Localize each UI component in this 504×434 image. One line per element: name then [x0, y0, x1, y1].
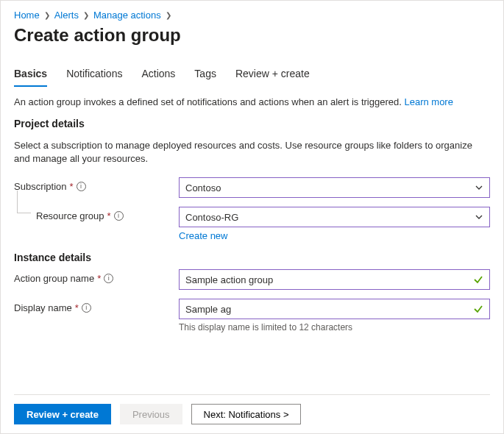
breadcrumb-manage-actions[interactable]: Manage actions [93, 10, 161, 21]
create-new-link[interactable]: Create new [179, 230, 227, 241]
page-title: Create action group [14, 25, 490, 46]
action-group-name-label: Action group name * i [14, 269, 179, 284]
required-asterisk: * [107, 210, 111, 221]
tabs: Basics Notifications Actions Tags Review… [14, 63, 490, 88]
section-instance-details: Instance details [14, 252, 490, 263]
subscription-select[interactable]: Contoso [179, 177, 490, 198]
resource-group-label-text: Resource group [36, 210, 104, 221]
resource-group-label: Resource group * i [14, 207, 179, 221]
chevron-right-icon: ❯ [83, 11, 89, 19]
required-asterisk: * [70, 181, 74, 192]
section-project-details: Project details [14, 118, 490, 129]
display-name-label-text: Display name [14, 302, 72, 313]
resource-group-select[interactable]: Contoso-RG [179, 207, 490, 227]
breadcrumb-alerts[interactable]: Alerts [54, 10, 79, 21]
review-create-button[interactable]: Review + create [14, 404, 111, 424]
next-button[interactable]: Next: Notifications > [191, 404, 302, 424]
tab-notifications[interactable]: Notifications [66, 63, 122, 87]
chevron-down-icon [475, 183, 483, 192]
footer: Review + create Previous Next: Notificat… [14, 394, 490, 433]
project-helper-text: Select a subscription to manage deployed… [14, 139, 490, 166]
breadcrumb-home[interactable]: Home [14, 10, 40, 21]
info-icon[interactable]: i [82, 303, 91, 313]
required-asterisk: * [97, 273, 101, 284]
chevron-right-icon: ❯ [166, 11, 171, 19]
required-asterisk: * [75, 302, 79, 313]
display-name-label: Display name * i [14, 299, 179, 313]
tab-basics[interactable]: Basics [14, 63, 47, 87]
intro-text: An action group invokes a defined set of… [14, 96, 490, 107]
checkmark-icon [473, 304, 483, 314]
display-name-hint: This display name is limited to 12 chara… [179, 322, 490, 332]
previous-button: Previous [120, 404, 182, 424]
checkmark-icon [473, 274, 483, 285]
action-group-name-input[interactable]: Sample action group [179, 269, 490, 290]
info-icon[interactable]: i [104, 274, 113, 283]
info-icon[interactable]: i [114, 211, 124, 221]
tab-tags[interactable]: Tags [194, 63, 216, 87]
chevron-right-icon: ❯ [44, 11, 50, 19]
intro-body: An action group invokes a defined set of… [14, 96, 404, 107]
subscription-label: Subscription * i [14, 177, 179, 192]
tab-review-create[interactable]: Review + create [235, 63, 310, 87]
display-name-input[interactable]: Sample ag [179, 299, 490, 319]
action-group-name-label-text: Action group name [14, 273, 94, 284]
action-group-name-value: Sample action group [185, 274, 273, 285]
resource-group-value: Contoso-RG [185, 212, 238, 223]
chevron-down-icon [475, 213, 483, 221]
subscription-value: Contoso [185, 182, 221, 193]
info-icon[interactable]: i [77, 182, 86, 191]
display-name-value: Sample ag [185, 304, 231, 315]
tab-actions[interactable]: Actions [141, 63, 175, 87]
breadcrumb: Home ❯ Alerts ❯ Manage actions ❯ [14, 10, 490, 21]
learn-more-link[interactable]: Learn more [404, 96, 452, 107]
